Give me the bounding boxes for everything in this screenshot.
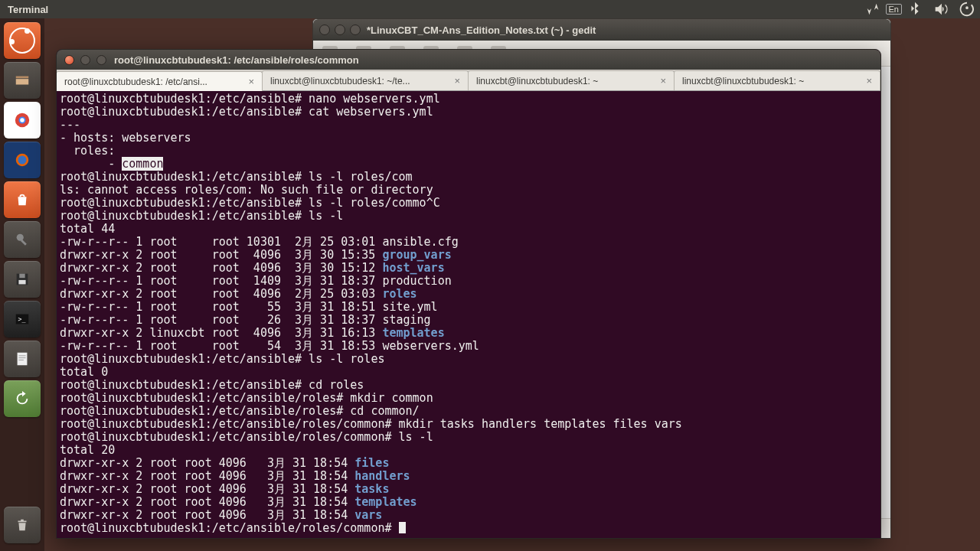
- gedit-title: *LinuxCBT_CM-Ans_Edition_Notes.txt (~) -…: [367, 24, 596, 36]
- terminal-line: drwxr-xr-x 2 root root 4096 3月 31 18:54 …: [60, 470, 877, 483]
- terminal-title: root@linuxcbtubudesk1: /etc/ansible/role…: [114, 54, 359, 66]
- svg-rect-8: [21, 240, 27, 246]
- launcher-floppy[interactable]: [4, 261, 41, 298]
- terminal-line: root@linuxcbtubudesk1:/etc/ansible# ls -…: [60, 210, 877, 223]
- trash-icon: [14, 517, 31, 533]
- launcher-trash[interactable]: [4, 507, 41, 543]
- ubuntu-logo-icon: [9, 28, 35, 54]
- terminal-line: root@linuxcbtubudesk1:/etc/ansible# ls -…: [60, 197, 877, 210]
- terminal-tab[interactable]: linuxcbt@linuxcbtubudesk1: ~/te...×: [262, 70, 469, 90]
- svg-rect-14: [18, 353, 28, 366]
- launcher-software-center[interactable]: [4, 181, 41, 218]
- bluetooth-icon[interactable]: [902, 1, 928, 18]
- terminal-content[interactable]: root@linuxcbtubudesk1:/etc/ansible# nano…: [57, 91, 880, 538]
- svg-rect-16: [18, 357, 25, 358]
- svg-rect-1: [16, 79, 29, 84]
- gedit-max-button[interactable]: [350, 24, 361, 35]
- terminal-line: ---: [60, 119, 877, 132]
- launcher-dash[interactable]: [4, 22, 41, 59]
- terminal-line: - hosts: webservers: [60, 132, 877, 145]
- terminal-line: ls: cannot access roles/com: No such fil…: [60, 184, 877, 197]
- terminal-line: root@linuxcbtubudesk1:/etc/ansible# cat …: [60, 106, 877, 119]
- terminal-tabs: root@linuxcbtubudesk1: /etc/ansi...×linu…: [57, 70, 880, 91]
- launcher-settings[interactable]: [4, 221, 41, 258]
- terminal-line: -rw-r--r-- 1 root root 10301 2月 25 03:01…: [60, 236, 877, 249]
- sound-icon[interactable]: [928, 1, 954, 18]
- unity-launcher: >_: [0, 18, 44, 551]
- files-icon: [14, 72, 31, 89]
- terminal-line: root@linuxcbtubudesk1:/etc/ansible/roles…: [60, 392, 877, 405]
- top-menubar: Terminal En: [0, 0, 980, 18]
- terminal-line: root@linuxcbtubudesk1:/etc/ansible/roles…: [60, 418, 877, 431]
- bag-icon: [14, 191, 31, 208]
- tab-close-icon[interactable]: ×: [451, 75, 463, 86]
- terminal-line: -rw-r--r-- 1 root root 26 3月 31 18:37 st…: [60, 314, 877, 327]
- active-app-name[interactable]: Terminal: [0, 4, 56, 15]
- terminal-line: total 20: [60, 444, 877, 457]
- keyboard-indicator[interactable]: En: [886, 4, 902, 15]
- launcher-terminal[interactable]: >_: [4, 301, 41, 337]
- terminal-line: roles:: [60, 145, 877, 158]
- terminal-tab-label: linuxcbt@linuxcbtubudesk1: ~: [476, 76, 598, 86]
- launcher-files[interactable]: [4, 62, 41, 99]
- terminal-line: root@linuxcbtubudesk1:/etc/ansible/roles…: [60, 431, 877, 444]
- tab-close-icon[interactable]: ×: [863, 75, 875, 86]
- terminal-tab[interactable]: linuxcbt@linuxcbtubudesk1: ~×: [468, 70, 675, 90]
- terminal-line: drwxr-xr-x 2 root root 4096 3月 30 15:35 …: [60, 249, 877, 262]
- terminal-line: -rw-r--r-- 1 root root 1409 3月 31 18:37 …: [60, 275, 877, 288]
- chrome-icon: [14, 112, 31, 129]
- svg-rect-11: [18, 280, 25, 285]
- firefox-icon: [14, 152, 31, 168]
- terminal-line: drwxr-xr-x 2 linuxcbt root 4096 3月 31 16…: [60, 327, 877, 340]
- terminal-line: total 44: [60, 223, 877, 236]
- launcher-text-editor[interactable]: [4, 341, 41, 377]
- terminal-min-button[interactable]: [80, 55, 90, 65]
- tab-close-icon[interactable]: ×: [245, 76, 257, 87]
- terminal-line: root@linuxcbtubudesk1:/etc/ansible# ls -…: [60, 353, 877, 366]
- terminal-line: root@linuxcbtubudesk1:/etc/ansible# nano…: [60, 93, 877, 106]
- terminal-max-button[interactable]: [96, 55, 106, 65]
- terminal-line: root@linuxcbtubudesk1:/etc/ansible/roles…: [60, 405, 877, 418]
- launcher-updates[interactable]: [4, 380, 41, 417]
- launcher-chrome[interactable]: [4, 102, 41, 139]
- notepad-icon: [14, 350, 31, 367]
- terminal-line: -rw-r--r-- 1 root root 54 3月 31 18:53 we…: [60, 340, 877, 353]
- update-arrow-icon: [14, 390, 31, 407]
- terminal-line: root@linuxcbtubudesk1:/etc/ansible# cd r…: [60, 379, 877, 392]
- gedit-min-button[interactable]: [335, 24, 345, 35]
- terminal-line: drwxr-xr-x 2 root root 4096 3月 31 18:54 …: [60, 496, 877, 509]
- terminal-line: drwxr-xr-x 2 root root 4096 3月 30 15:12 …: [60, 262, 877, 275]
- svg-rect-0: [16, 77, 29, 79]
- terminal-tab-label: root@linuxcbtubudesk1: /etc/ansi...: [64, 77, 207, 87]
- gedit-close-button[interactable]: [319, 24, 330, 35]
- terminal-line: - common: [60, 158, 877, 171]
- gedit-titlebar[interactable]: *LinuxCBT_CM-Ans_Edition_Notes.txt (~) -…: [313, 19, 890, 41]
- terminal-line: total 0: [60, 366, 877, 379]
- terminal-icon: >_: [14, 311, 31, 328]
- terminal-tab-label: linuxcbt@linuxcbtubudesk1: ~: [682, 76, 804, 86]
- terminal-line: -rw-r--r-- 1 root root 55 3月 31 18:51 si…: [60, 301, 877, 314]
- terminal-tab-label: linuxcbt@linuxcbtubudesk1: ~/te...: [270, 76, 410, 86]
- terminal-line: root@linuxcbtubudesk1:/etc/ansible/roles…: [60, 522, 877, 535]
- network-icon[interactable]: [860, 1, 886, 18]
- svg-rect-17: [18, 360, 23, 360]
- terminal-line: drwxr-xr-x 2 root root 4096 2月 25 03:03 …: [60, 288, 877, 301]
- terminal-window[interactable]: root@linuxcbtubudesk1: /etc/ansible/role…: [56, 49, 881, 539]
- terminal-tab[interactable]: linuxcbt@linuxcbtubudesk1: ~×: [674, 70, 880, 90]
- terminal-titlebar[interactable]: root@linuxcbtubudesk1: /etc/ansible/role…: [57, 50, 880, 70]
- terminal-line: drwxr-xr-x 2 root root 4096 3月 31 18:54 …: [60, 483, 877, 496]
- svg-rect-15: [18, 355, 25, 356]
- terminal-close-button[interactable]: [64, 55, 74, 65]
- terminal-line: drwxr-xr-x 2 root root 4096 3月 31 18:54 …: [60, 509, 877, 522]
- svg-point-4: [20, 118, 24, 122]
- terminal-tab[interactable]: root@linuxcbtubudesk1: /etc/ansi...×: [56, 71, 263, 91]
- svg-text:>_: >_: [18, 315, 26, 323]
- floppy-icon: [14, 271, 31, 288]
- terminal-line: root@linuxcbtubudesk1:/etc/ansible# ls -…: [60, 171, 877, 184]
- svg-rect-10: [19, 274, 24, 279]
- power-icon[interactable]: [954, 1, 980, 18]
- gear-wrench-icon: [14, 231, 31, 248]
- launcher-firefox[interactable]: [4, 142, 41, 178]
- terminal-line: drwxr-xr-x 2 root root 4096 3月 31 18:54 …: [60, 457, 877, 470]
- tab-close-icon[interactable]: ×: [657, 75, 669, 86]
